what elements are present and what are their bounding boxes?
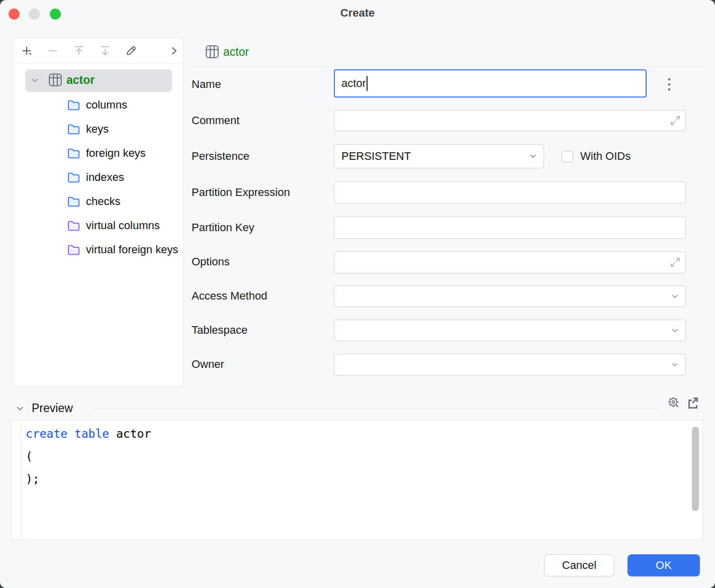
- tree-item-checks[interactable]: checks: [67, 189, 120, 214]
- chevron-down-icon: [670, 360, 680, 370]
- folder-icon: [68, 221, 79, 230]
- tree-row-actor[interactable]: [25, 69, 172, 92]
- move-down-icon[interactable]: [99, 45, 111, 57]
- partition-key-label: Partition Key: [192, 221, 254, 234]
- options-label: Options: [192, 255, 230, 268]
- cancel-button[interactable]: Cancel: [544, 554, 614, 576]
- add-icon[interactable]: [21, 45, 33, 57]
- partition-key-input[interactable]: [334, 217, 686, 239]
- create-dialog: Create: [0, 0, 715, 588]
- owner-label: Owner: [192, 358, 224, 371]
- chevron-down-icon: [528, 151, 538, 161]
- object-tree-panel: actor columns keys foreign keys indexes …: [13, 38, 184, 387]
- options-input[interactable]: [334, 251, 686, 273]
- tree-item-columns[interactable]: columns: [67, 93, 127, 117]
- expand-field-icon[interactable]: [669, 115, 681, 127]
- comment-label: Comment: [192, 114, 239, 127]
- gear-icon[interactable]: [667, 396, 681, 410]
- chevron-down-icon[interactable]: [30, 75, 40, 85]
- tablespace-label: Tablespace: [192, 324, 247, 337]
- tree-item-keys[interactable]: keys: [67, 117, 109, 141]
- sql-preview-code: create table actor();: [26, 423, 151, 491]
- open-in-window-icon[interactable]: [686, 396, 699, 409]
- persistence-label: Persistence: [192, 150, 249, 163]
- tree-item-virtual-foreign-keys[interactable]: virtual foreign keys: [67, 238, 178, 262]
- tree-item-label: indexes: [86, 171, 124, 184]
- partition-expression-label: Partition Expression: [192, 186, 290, 199]
- chevron-down-icon: [670, 291, 680, 302]
- remove-icon[interactable]: [47, 45, 59, 57]
- comment-input[interactable]: [334, 110, 686, 131]
- tree-item-label: keys: [86, 123, 109, 136]
- preview-title[interactable]: Preview: [32, 402, 73, 415]
- expand-field-icon[interactable]: [669, 256, 681, 268]
- preview-scrollbar[interactable]: [692, 427, 699, 511]
- persistence-value: PERSISTENT: [341, 150, 411, 163]
- tree-root-label[interactable]: actor: [66, 73, 95, 87]
- folder-icon: [68, 149, 79, 157]
- text-caret: [367, 76, 368, 91]
- kebab-menu-icon[interactable]: [663, 73, 675, 95]
- tree-toolbar: [13, 38, 183, 64]
- with-oids-checkbox[interactable]: [562, 151, 573, 162]
- tablespace-select[interactable]: [334, 320, 686, 341]
- tree-item-label: foreign keys: [86, 147, 146, 160]
- folder-icon: [68, 173, 79, 181]
- tree-item-foreign-keys[interactable]: foreign keys: [67, 141, 146, 165]
- access-method-label: Access Method: [192, 289, 267, 303]
- editor-gutter: [12, 420, 21, 540]
- sql-preview-editor[interactable]: create table actor();: [11, 420, 703, 540]
- partition-expression-input[interactable]: [334, 181, 686, 204]
- chevron-right-icon[interactable]: [168, 45, 180, 57]
- chevron-down-icon: [670, 326, 680, 336]
- tree-item-label: columns: [86, 99, 127, 112]
- header-separator: [192, 66, 703, 66]
- move-up-icon[interactable]: [73, 45, 85, 57]
- preview-divider: [91, 408, 658, 409]
- detail-header-table-name: actor: [223, 45, 249, 59]
- name-input[interactable]: actor: [334, 69, 647, 97]
- tree-item-label: checks: [86, 195, 120, 208]
- persistence-select[interactable]: PERSISTENT: [334, 144, 544, 168]
- tree-item-virtual-columns[interactable]: virtual columns: [67, 214, 160, 238]
- folder-icon: [68, 101, 79, 109]
- window-title: Create: [0, 7, 715, 20]
- title-bar: Create: [0, 0, 715, 28]
- tree-item-label: virtual foreign keys: [86, 243, 178, 256]
- tree-item-label: virtual columns: [86, 219, 160, 232]
- edit-icon[interactable]: [125, 45, 137, 57]
- folder-icon: [68, 125, 79, 133]
- access-method-select[interactable]: [334, 285, 686, 307]
- name-label: Name: [192, 78, 221, 91]
- with-oids-label[interactable]: With OIDs: [580, 150, 631, 163]
- table-icon: [205, 45, 219, 59]
- folder-icon: [68, 197, 79, 206]
- tree-item-indexes[interactable]: indexes: [67, 165, 124, 189]
- folder-icon: [68, 245, 79, 254]
- table-icon: [48, 73, 62, 87]
- owner-select[interactable]: [334, 354, 686, 375]
- preview-collapse-chevron-icon[interactable]: [15, 404, 25, 414]
- ok-button[interactable]: OK: [628, 554, 700, 576]
